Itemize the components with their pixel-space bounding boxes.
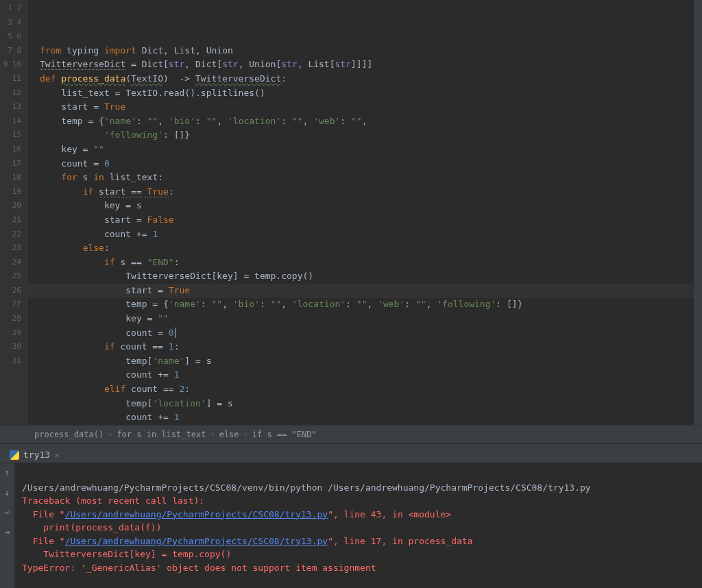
line-number-gutter: 1 2 3 4 5 6 7 8 9 10 11 12 13 14 15 16 1… [0,0,27,425]
code-line[interactable]: temp = {'name': "", 'bio': "", 'location… [40,114,694,129]
run-tab-label: try13 [23,450,50,460]
code-line[interactable]: key = "" [40,143,694,157]
code-line[interactable]: start = True [40,100,694,114]
editor-area: 1 2 3 4 5 6 7 8 9 10 11 12 13 14 15 16 1… [0,0,702,425]
breadcrumb[interactable]: process_data()›for s in list_text›else›i… [0,425,702,444]
close-icon[interactable]: ✕ [54,450,59,460]
code-line[interactable]: temp['location'] = s [40,397,694,411]
run-tab-bar: try13 ✕ [0,444,702,463]
code-line[interactable]: key = s [40,199,694,213]
code-line[interactable]: def process_data(TextIO) -> Twitterverse… [40,72,694,86]
error-message: TypeError: '_GenericAlias' object does n… [22,563,376,573]
console-tool-button[interactable]: ⇥ [5,527,10,537]
editor-scrollbar[interactable] [694,0,702,425]
code-line[interactable]: count = 0 [40,157,694,171]
code-line[interactable]: if s == "END": [40,256,694,270]
chevron-right-icon: › [206,430,219,439]
code-line[interactable]: count += 1 [40,411,694,425]
code-line[interactable]: if count == 1: [40,340,694,354]
traceback-header: Traceback (most recent call last): [22,495,204,506]
python-icon [10,450,19,460]
code-line[interactable]: count += 1 [40,368,694,382]
breadcrumb-item[interactable]: if s == "END" [252,430,317,439]
breadcrumb-item[interactable]: else [219,430,239,439]
code-line[interactable]: start = True [40,284,694,298]
code-line[interactable]: for s in list_text: [40,171,694,185]
code-line[interactable]: temp['name'] = s [40,354,694,369]
code-editor[interactable]: from typing import Dict, List, UnionTwit… [27,0,694,425]
file-link[interactable]: /Users/andrewhuang/PycharmProjects/CSC08… [65,536,328,546]
console-panel: ↑↓⏎⇥ /Users/andrewhuang/PycharmProjects/… [0,463,702,588]
code-line[interactable]: 'following': []} [40,128,694,143]
breadcrumb-item[interactable]: for s in list_text [117,430,206,439]
code-line[interactable]: if start == True: [40,185,694,199]
code-line[interactable]: count = 0 [40,326,694,341]
console-tool-button[interactable]: ↓ [5,487,10,498]
code-line[interactable]: TwitterverseDict = Dict[str, Dict[str, U… [40,58,694,72]
code-line[interactable]: start = False [40,213,694,228]
code-line[interactable]: temp = {'name': "", 'bio': "", 'location… [40,297,694,312]
chevron-right-icon: › [239,430,252,439]
code-line[interactable]: list_text = TextIO.read().splitlines() [40,86,694,101]
breadcrumb-item[interactable]: process_data() [34,430,104,439]
traceback-frame: File "/Users/andrewhuang/PycharmProjects… [22,509,451,519]
code-line[interactable]: TwitterverseDict[key] = temp.copy() [40,269,694,284]
code-line[interactable]: else: [40,241,694,256]
traceback-code: print(process_data(f)) [22,522,162,532]
code-line[interactable]: key = "" [40,312,694,326]
console-command: /Users/andrewhuang/PycharmProjects/CSC08… [22,482,591,493]
traceback-code: TwitterverseDict[key] = temp.copy() [22,549,231,559]
code-line[interactable]: from typing import Dict, List, Union [40,44,694,58]
code-line[interactable]: elif count == 2: [40,382,694,397]
chevron-right-icon: › [104,430,117,439]
file-link[interactable]: /Users/andrewhuang/PycharmProjects/CSC08… [65,509,328,519]
console-output[interactable]: /Users/andrewhuang/PycharmProjects/CSC08… [15,463,702,588]
console-tool-button[interactable]: ↑ [5,467,10,478]
run-tab[interactable]: try13 ✕ [4,447,64,463]
console-toolbar: ↑↓⏎⇥ [0,463,15,588]
console-tool-button[interactable]: ⏎ [5,507,10,517]
code-line[interactable]: count += 1 [40,228,694,242]
traceback-frame: File "/Users/andrewhuang/PycharmProjects… [22,536,472,546]
